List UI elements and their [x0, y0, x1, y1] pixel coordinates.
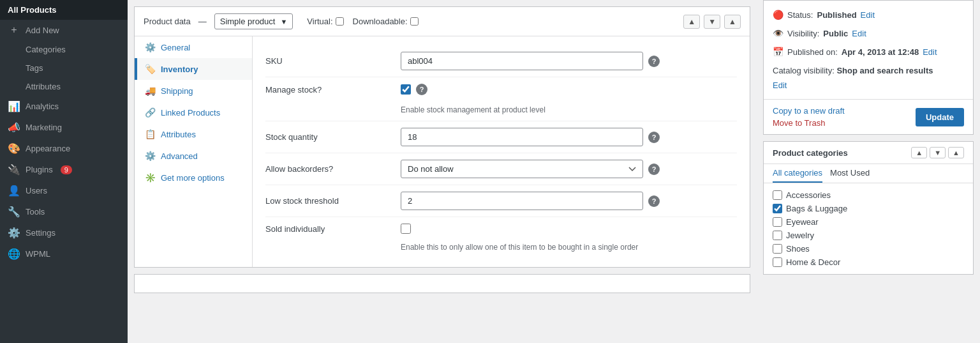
sku-input[interactable] — [401, 52, 643, 70]
tab-nav: ⚙️ General 🏷️ Inventory 🚚 Shipping 🔗 Lin… — [135, 36, 253, 267]
categories-controls: ▲ ▼ ▲ — [911, 147, 964, 158]
product-categories-box: Product categories ▲ ▼ ▲ All categories … — [763, 141, 974, 275]
publish-actions: Copy to a new draft Move to Trash Update — [764, 99, 973, 134]
catalog-label: Catalog visibility: — [773, 66, 835, 75]
low-stock-row: Low stock threshold ? — [265, 185, 737, 217]
update-button[interactable]: Update — [916, 108, 964, 126]
manage-stock-label: Manage stock? — [265, 85, 393, 95]
categories-collapse-down[interactable]: ▼ — [930, 147, 946, 158]
sold-individually-field — [401, 224, 737, 234]
catalog-edit-link[interactable]: Edit — [773, 80, 787, 90]
tab-advanced[interactable]: ⚙️ Advanced — [135, 145, 252, 167]
stock-quantity-input[interactable] — [401, 128, 643, 146]
sidebar-item-tools[interactable]: 🔧 Tools — [0, 201, 128, 222]
stock-quantity-field: ? — [401, 128, 737, 146]
status-edit-link[interactable]: Edit — [861, 8, 875, 22]
visibility-edit-link[interactable]: Edit — [852, 26, 866, 41]
sidebar-item-tags[interactable]: Tags — [0, 59, 128, 77]
category-item-shoes: Shoes — [773, 242, 964, 255]
category-checkbox-shoes[interactable] — [773, 244, 782, 254]
low-stock-help-icon[interactable]: ? — [648, 195, 660, 207]
cat-tab-all[interactable]: All categories — [773, 168, 822, 183]
tab-attributes[interactable]: 📋 Attributes — [135, 123, 252, 145]
plugins-icon: 🔌 — [8, 164, 20, 176]
allow-backorders-select[interactable]: Do not allow Allow Allow, but notify cus… — [401, 160, 643, 178]
sidebar-item-label: Tags — [26, 63, 43, 73]
sidebar-item-users[interactable]: 👤 Users — [0, 180, 128, 201]
sidebar-item-plugins[interactable]: 🔌 Plugins 9 — [0, 159, 128, 180]
appearance-icon: 🎨 — [8, 142, 20, 155]
tab-get-more-options[interactable]: ✳️ Get more options — [135, 167, 252, 188]
sidebar-item-appearance[interactable]: 🎨 Appearance — [0, 138, 128, 159]
tab-content-inventory: SKU ? Manage stock? ? Enab — [253, 36, 750, 267]
categories-tabs: All categories Most Used — [764, 164, 973, 183]
sku-label: SKU — [265, 56, 393, 66]
sidebar-item-marketing[interactable]: 📣 Marketing — [0, 117, 128, 138]
category-checkbox-jewelry[interactable] — [773, 231, 782, 240]
analytics-icon: 📊 — [8, 100, 20, 112]
cat-tab-most-used[interactable]: Most Used — [830, 168, 870, 183]
sidebar-item-add-new[interactable]: + Add New — [0, 20, 128, 40]
shipping-icon: 🚚 — [145, 86, 156, 96]
downloadable-label[interactable]: Downloadable: — [353, 17, 419, 26]
second-product-box — [134, 274, 750, 293]
sidebar-item-settings[interactable]: ⚙️ Settings — [0, 222, 128, 243]
sidebar-item-attributes[interactable]: Attributes — [0, 77, 128, 96]
category-item-eyewear: Eyewear — [773, 215, 964, 229]
copy-to-draft-link[interactable]: Copy to a new draft — [773, 106, 845, 116]
sidebar-item-label: Categories — [26, 45, 66, 54]
low-stock-input[interactable] — [401, 192, 643, 210]
tab-label: Shipping — [161, 86, 193, 96]
collapse-up-button[interactable]: ▲ — [683, 15, 700, 29]
dropdown-arrow-icon: ▼ — [280, 18, 287, 26]
backorders-help-icon[interactable]: ? — [648, 164, 660, 175]
product-data-dash: — — [198, 17, 207, 26]
tab-linked-products[interactable]: 🔗 Linked Products — [135, 102, 252, 123]
users-icon: 👤 — [8, 185, 20, 197]
sidebar-item-label: Appearance — [26, 144, 70, 153]
catalog-value: Shop and search results — [836, 66, 933, 75]
category-checkbox-eyewear[interactable] — [773, 217, 782, 227]
sold-individually-row: Sold individually Enable this to only al… — [265, 217, 737, 258]
expand-button[interactable]: ▲ — [724, 15, 741, 29]
manage-stock-checkbox[interactable] — [401, 84, 411, 95]
sold-individually-label: Sold individually — [265, 224, 393, 234]
sku-help-icon[interactable]: ? — [648, 56, 660, 67]
category-label: Bags & Luggage — [786, 204, 847, 213]
collapse-down-button[interactable]: ▼ — [704, 15, 720, 29]
downloadable-checkbox[interactable] — [410, 17, 419, 26]
tab-general[interactable]: ⚙️ General — [135, 36, 252, 58]
inventory-icon: 🏷️ — [145, 64, 156, 74]
sku-field: ? — [401, 52, 737, 70]
manage-stock-description: Enable stock management at product level — [401, 105, 546, 114]
category-item-accessories: Accessories — [773, 188, 964, 202]
virtual-label-text: Virtual: — [307, 17, 332, 26]
more-options-icon: ✳️ — [145, 172, 156, 183]
sidebar-item-categories[interactable]: Categories — [0, 40, 128, 59]
move-to-trash-link[interactable]: Move to Trash — [773, 118, 845, 128]
category-checkbox-accessories[interactable] — [773, 190, 782, 200]
sidebar-item-wpml[interactable]: 🌐 WPML — [0, 243, 128, 264]
categories-expand[interactable]: ▲ — [948, 147, 964, 158]
manage-stock-help-icon[interactable]: ? — [416, 84, 427, 95]
stock-quantity-help-icon[interactable]: ? — [648, 132, 660, 143]
categories-list: Accessories Bags & Luggage Eyewear Jewel… — [764, 183, 973, 274]
sidebar-item-analytics[interactable]: 📊 Analytics — [0, 96, 128, 117]
product-type-select[interactable]: Simple product ▼ — [214, 13, 293, 29]
categories-collapse-up[interactable]: ▲ — [911, 147, 927, 158]
category-checkbox-bags-luggage[interactable] — [773, 204, 782, 213]
published-edit-link[interactable]: Edit — [923, 45, 937, 59]
product-data-body: ⚙️ General 🏷️ Inventory 🚚 Shipping 🔗 Lin… — [135, 36, 750, 267]
allow-backorders-field: Do not allow Allow Allow, but notify cus… — [401, 160, 737, 178]
marketing-icon: 📣 — [8, 121, 20, 133]
tab-label: General — [161, 43, 190, 52]
virtual-checkbox[interactable] — [336, 17, 344, 26]
sold-individually-checkbox[interactable] — [401, 224, 411, 234]
virtual-label[interactable]: Virtual: — [307, 17, 343, 26]
tab-shipping[interactable]: 🚚 Shipping — [135, 80, 252, 102]
tab-inventory[interactable]: 🏷️ Inventory — [135, 58, 252, 80]
product-data-box: Product data — Simple product ▼ Virtual:… — [134, 6, 750, 268]
sidebar-header: All Products — [0, 0, 128, 20]
category-checkbox-home-decor[interactable] — [773, 257, 782, 267]
category-item-jewelry: Jewelry — [773, 229, 964, 242]
